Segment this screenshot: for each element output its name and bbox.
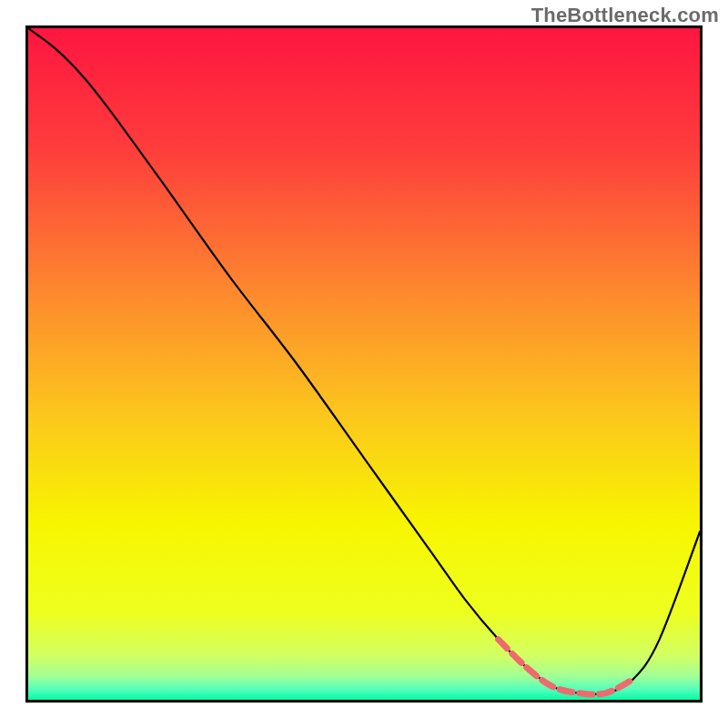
chart-frame: TheBottleneck.com xyxy=(0,0,728,728)
chart-svg xyxy=(28,28,700,700)
attribution-text: TheBottleneck.com xyxy=(531,4,719,27)
gradient-background xyxy=(28,28,700,700)
plot-area xyxy=(25,25,703,703)
